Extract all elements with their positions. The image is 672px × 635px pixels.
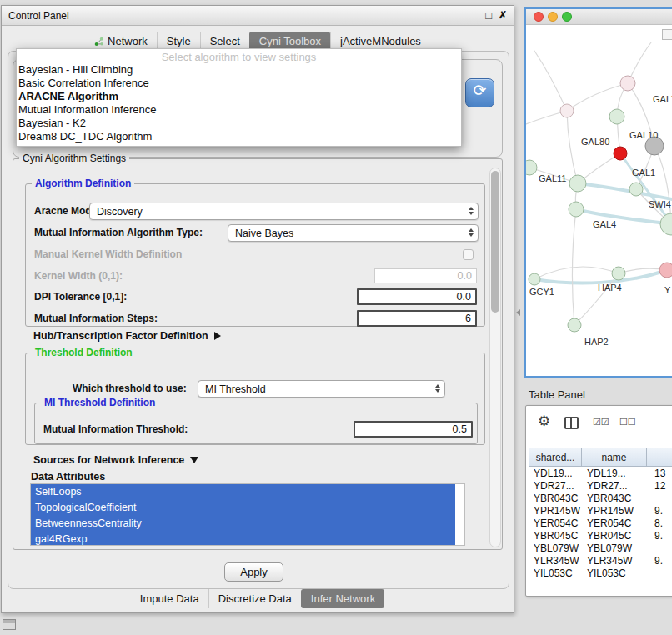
- kernel-width-input[interactable]: 0.0: [374, 268, 477, 283]
- scroll-corner: [662, 29, 672, 40]
- network-node[interactable]: [526, 160, 537, 175]
- table-cell: YBR043C: [529, 492, 582, 504]
- minimize-traffic-light-icon[interactable]: [548, 12, 558, 22]
- scrollbar-thumb[interactable]: [491, 171, 499, 312]
- network-node[interactable]: [569, 175, 586, 192]
- which-threshold-value: MI Threshold: [205, 383, 266, 395]
- table-cell: 12: [647, 480, 672, 492]
- table-cell: 13: [647, 468, 672, 479]
- network-node[interactable]: [629, 182, 643, 196]
- table-cell: YLR345W: [582, 555, 647, 567]
- mi-algorithm-type-select[interactable]: Naive Bayes: [228, 224, 479, 242]
- aracne-mode-select[interactable]: Discovery: [89, 202, 479, 220]
- network-node[interactable]: [568, 318, 581, 332]
- network-window-titlebar[interactable]: [526, 9, 672, 25]
- mi-steps-input[interactable]: 6: [357, 310, 477, 327]
- network-node[interactable]: [620, 76, 635, 91]
- algorithm-option[interactable]: ARACNE Algorithm: [17, 90, 461, 103]
- network-node[interactable]: [659, 262, 672, 278]
- minimized-panel-icon[interactable]: [3, 619, 16, 630]
- algorithm-option[interactable]: Basic Correlation Inference: [17, 77, 461, 90]
- network-edge: [534, 267, 619, 279]
- table-row[interactable]: YBR043CYBR043C: [529, 492, 672, 504]
- close-window-icon[interactable]: ✗: [499, 9, 507, 21]
- tab-label: Select: [210, 35, 240, 48]
- column-header[interactable]: [647, 448, 672, 467]
- table-row[interactable]: YPR145WYPR145W9.: [529, 504, 672, 517]
- apply-button[interactable]: Apply: [224, 562, 283, 582]
- tab-label: Style: [167, 35, 191, 48]
- gear-icon[interactable]: ⚙: [538, 412, 550, 430]
- node-label: GCY1: [529, 287, 554, 297]
- settings-group-legend: Cyni Algorithm Settings: [19, 152, 129, 164]
- dropdown-arrows-icon: [469, 228, 474, 237]
- table-row[interactable]: YDR27...YDR27...12: [529, 479, 672, 492]
- attribute-item[interactable]: BetweennessCentrality: [31, 516, 455, 532]
- network-node[interactable]: [612, 267, 625, 280]
- manual-kernel-checkbox[interactable]: [463, 249, 474, 260]
- columns-icon[interactable]: [564, 417, 579, 429]
- deselect-all-icon[interactable]: ☐☐: [619, 417, 636, 428]
- table-row[interactable]: YER054CYER054C8.: [529, 517, 672, 529]
- column-header[interactable]: shared...: [529, 448, 582, 467]
- algorithm-option[interactable]: Bayesian - Hill Climbing: [17, 63, 461, 77]
- algorithm-definition-group: Algorithm Definition Aracne Mode: Discov…: [25, 183, 485, 327]
- table-cell: YIL053C: [582, 568, 647, 579]
- network-node[interactable]: [529, 273, 540, 285]
- table-cell: YDL19...: [529, 468, 582, 479]
- float-window-icon[interactable]: □: [485, 9, 492, 22]
- network-edge: [576, 209, 671, 224]
- table-cell: 8.: [647, 518, 672, 529]
- table-cell: 9.: [647, 555, 672, 567]
- attribute-item[interactable]: TopologicalCoefficient: [31, 500, 455, 516]
- table-row[interactable]: YBR045CYBR045C9.: [529, 529, 672, 542]
- network-edge: [567, 111, 578, 183]
- network-node[interactable]: [560, 104, 574, 118]
- attribute-item[interactable]: SelfLoops: [31, 484, 455, 500]
- dpi-tolerance-input[interactable]: 0.0: [357, 288, 477, 305]
- network-node[interactable]: [609, 109, 624, 124]
- column-header[interactable]: name: [582, 448, 647, 467]
- tab-label: jActiveMNodules: [340, 35, 421, 48]
- bottom-tab-impute-data[interactable]: Impute Data: [131, 589, 208, 608]
- settings-scrollbar[interactable]: [489, 168, 501, 548]
- algorithm-dropdown-list: Bayesian - Hill ClimbingBasic Correlatio…: [17, 63, 461, 143]
- sources-section-toggle[interactable]: Sources for Network Inference: [33, 454, 198, 466]
- table-cell: YBL079W: [529, 542, 582, 554]
- mi-threshold-input[interactable]: 0.5: [354, 421, 473, 438]
- control-panel-titlebar[interactable]: Control Panel □ ✗: [2, 6, 514, 26]
- panel-splitter-handle[interactable]: [515, 300, 522, 327]
- table-row[interactable]: YIL053CYIL053C: [529, 567, 672, 579]
- data-attributes-list[interactable]: SelfLoopsTopologicalCoefficientBetweenne…: [30, 483, 465, 546]
- close-traffic-light-icon[interactable]: [534, 12, 544, 22]
- data-attributes-label: Data Attributes: [31, 471, 105, 482]
- node-label: GAL11: [539, 173, 566, 183]
- network-canvas[interactable]: GAL7GAL80GAL10GAL11GAL1SWI4GAL4GCY1HAP4H…: [526, 9, 672, 376]
- network-node[interactable]: [569, 202, 584, 217]
- tab-label: Infer Network: [311, 592, 375, 605]
- refresh-algorithms-button[interactable]: ⟳: [465, 78, 494, 108]
- table-cell: YBR045C: [582, 530, 647, 542]
- table-row[interactable]: YBL079WYBL079W: [529, 542, 672, 554]
- table-cell: YBR045C: [529, 530, 582, 542]
- network-edge: [620, 153, 671, 224]
- which-threshold-select[interactable]: MI Threshold: [198, 380, 445, 398]
- table-row[interactable]: YLR345WYLR345W9.: [529, 554, 672, 567]
- zoom-traffic-light-icon[interactable]: [562, 12, 572, 22]
- algorithm-option[interactable]: Bayesian - K2: [17, 117, 461, 130]
- table-row[interactable]: YDL19...YDL19...13: [529, 467, 672, 479]
- hub-factor-section-toggle[interactable]: Hub/Transcription Factor Definition: [33, 330, 221, 342]
- network-node[interactable]: [660, 213, 672, 235]
- table-cell: YIL053C: [529, 568, 582, 579]
- node-label: GAL7: [653, 94, 672, 104]
- manual-kernel-label: Manual Kernel Width Definition: [34, 248, 182, 260]
- bottom-tab-infer-network[interactable]: Infer Network: [301, 589, 384, 608]
- algorithm-option[interactable]: Dream8 DC_TDC Algorithm: [17, 130, 461, 143]
- network-node[interactable]: [614, 147, 627, 160]
- dropdown-arrows-icon: [469, 207, 474, 215]
- node-label: GAL10: [629, 130, 658, 140]
- attribute-item[interactable]: gal4RGexp: [31, 532, 455, 546]
- algorithm-option[interactable]: Mutual Information Inference: [17, 103, 461, 117]
- select-all-icon[interactable]: ☑☑: [593, 417, 609, 428]
- bottom-tab-discretize-data[interactable]: Discretize Data: [208, 589, 301, 608]
